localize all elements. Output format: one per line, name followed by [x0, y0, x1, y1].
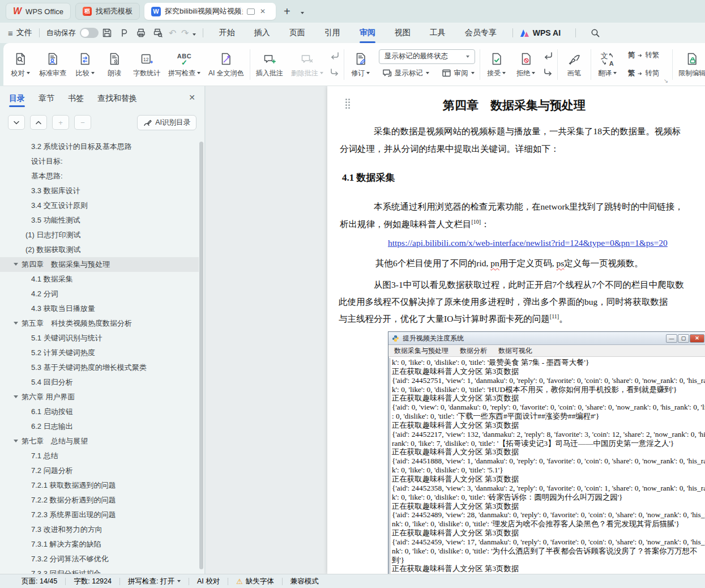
read-aloud-button[interactable]: 朗读	[100, 46, 129, 83]
page-indicator[interactable]: 页面: 14/45	[22, 577, 57, 586]
undo-button[interactable]: ↶	[166, 28, 179, 39]
group-expand-icon[interactable]: ↘	[664, 78, 668, 84]
toc-expand-arrow[interactable]	[14, 263, 18, 266]
accept-changes-button[interactable]: 接受	[482, 46, 511, 83]
missing-font-warning[interactable]: ⚠缺失字体	[236, 577, 274, 586]
navigation-tab[interactable]: 书签	[68, 88, 84, 109]
toc-item[interactable]: 5.4 回归分析	[0, 375, 199, 390]
chapter-heading[interactable]: 第四章 数据采集与预处理	[327, 97, 701, 113]
tab-current-document[interactable]: W 探究bilibili视频网站视频关注 ✕	[144, 3, 276, 20]
tab-docer-templates[interactable]: 稻 找稻壳模板	[75, 3, 140, 20]
autosave-toggle[interactable]	[80, 28, 99, 38]
file-menu[interactable]: ≡ 文件	[8, 28, 32, 38]
body-line[interactable]: 从图3-1中可以看见数据获取过程，此时正开启7个线程从7个不同的栏目中爬取数	[374, 279, 684, 291]
toc-item[interactable]: 4.3 获取当日播放量	[0, 301, 199, 316]
toc-item[interactable]: 7.3 改进和努力的方向	[0, 522, 199, 537]
toc-item[interactable]: 5.3 基于关键词热度的增长模式聚类	[0, 360, 199, 375]
undo-history-dropdown-icon[interactable]	[193, 28, 196, 37]
demote-heading-button[interactable]: −	[74, 115, 91, 130]
tab-wps-office[interactable]: W WPS Office	[6, 3, 71, 20]
navigation-tab[interactable]: 目录	[9, 88, 25, 109]
toc-expand-arrow[interactable]	[14, 395, 18, 398]
toc-item[interactable]: 7.3.2 分词算法不够优化	[0, 552, 199, 566]
insert-comment-button[interactable]: 插入批注	[252, 46, 287, 83]
new-tab-button[interactable]: +	[284, 5, 290, 18]
ink-brush-button[interactable]: 画笔	[559, 46, 589, 83]
ribbon-tab[interactable]: 开始	[218, 24, 236, 41]
standard-review-button[interactable]: 标准审查	[35, 46, 70, 83]
section-heading[interactable]: 4.1 数据采集	[342, 171, 395, 184]
navigation-tab[interactable]: 查找和替换	[97, 88, 137, 109]
toc-item[interactable]: 5.2 计算关键词热度	[0, 346, 199, 360]
ribbon-tab[interactable]: 会员专享	[464, 24, 498, 41]
toc-item[interactable]: 7.2.2 数据分析遇到的问题	[0, 493, 199, 508]
toc-item[interactable]: (1) 日志打印测试	[0, 228, 199, 242]
wps-ai-button[interactable]: WPS AI	[520, 28, 561, 37]
toc-item[interactable]: 7.1 总结	[0, 449, 199, 463]
body-line[interactable]: 此使用多线程不仅解决掉了原来使用多进程时，弹出多个界面的bug，同时将获取数据	[339, 296, 668, 308]
redo-button[interactable]: ↷	[179, 28, 191, 39]
toc-item[interactable]: 第五章 科技类视频热度数据分析	[0, 316, 199, 331]
sidebar-scrollbar-thumb[interactable]	[199, 142, 203, 569]
next-change-button[interactable]	[541, 66, 556, 79]
navigation-tab[interactable]: 章节	[39, 88, 54, 109]
toc-item[interactable]: 7.2 问题分析	[0, 463, 199, 478]
ai-polish-button[interactable]: AI 全文润色	[204, 46, 248, 83]
compatibility-mode-indicator[interactable]: 兼容模式	[290, 577, 319, 586]
toc-item[interactable]: 7.3.3 回归分析过拟合	[0, 566, 199, 574]
track-changes-button[interactable]: 修订	[346, 46, 375, 83]
body-line[interactable]: 本系统通过利用浏览器的检查元素功能，在network里找到了跳转时的中间链接，	[374, 201, 683, 213]
reject-changes-button[interactable]: 拒绝	[511, 46, 541, 83]
toc-item[interactable]: (2) 数据获取测试	[0, 242, 199, 257]
spell-check-status[interactable]: 拼写检查: 打开	[128, 577, 181, 586]
toc-item[interactable]: 4.1 数据采集	[0, 272, 199, 287]
delete-comment-button[interactable]: 删除批注	[287, 46, 327, 83]
toc-item[interactable]: 基本思路:	[0, 169, 199, 184]
toc-item[interactable]: 6.2 日志输出	[0, 419, 199, 434]
body-line[interactable]: 分词处理，并从分词的结果中提取出关键词。详细如下：	[340, 143, 559, 155]
toc-item[interactable]: 第七章 总结与展望	[0, 434, 199, 449]
ribbon-tab[interactable]: 视图	[394, 24, 412, 41]
toc-item[interactable]: 第四章 数据采集与预处理	[0, 257, 199, 272]
search-icon[interactable]	[591, 28, 600, 38]
toc-expand-arrow[interactable]	[14, 322, 18, 325]
toc-expand-arrow[interactable]	[14, 440, 18, 442]
ribbon-tab[interactable]: 引用	[323, 24, 341, 41]
toc-item[interactable]: 6.1 启动按钮	[0, 404, 199, 419]
document-page[interactable]: 第四章 数据采集与预处理 采集的数据是视频网站的视频标题与播放量，一共采集了18…	[327, 86, 705, 574]
ribbon-tab[interactable]: 工具	[429, 24, 447, 41]
ribbon-tab[interactable]: 页面	[288, 24, 306, 41]
save-button[interactable]	[99, 25, 116, 40]
ribbon-tab[interactable]: 插入	[253, 24, 271, 41]
print-preview-button[interactable]	[149, 25, 166, 40]
previous-comment-button[interactable]	[327, 49, 342, 63]
to-simplified-button[interactable]: 繁 转简	[625, 67, 663, 80]
promote-heading-button[interactable]: +	[52, 115, 69, 130]
body-line[interactable]: 与主线程分开，优化了大量IO与计算时界面卡死的问题[11]。	[339, 313, 568, 325]
translate-button[interactable]: 文A 翻译	[593, 46, 622, 83]
show-markup-button[interactable]: 显示标记	[379, 67, 433, 80]
markup-state-select[interactable]: 显示标记的最终状态	[379, 49, 475, 64]
expand-all-button[interactable]	[8, 115, 25, 130]
enter-fullscreen-icon[interactable]	[247, 8, 255, 15]
body-line[interactable]: 采集的数据是视频网站的视频标题与播放量，一共采集了18天的数据量。视频标	[374, 126, 681, 138]
toc-item[interactable]: 5.1 关键词识别与统计	[0, 331, 199, 346]
review-pane-button[interactable]: 审阅	[438, 67, 478, 80]
toc-item[interactable]: 4.2 分词	[0, 287, 199, 301]
toc-item[interactable]: 设计目标:	[0, 154, 199, 169]
spell-check-button[interactable]: ABC✓ 拼写检查	[164, 46, 204, 83]
toc-item[interactable]: 3.2 系统设计的目标及基本思路	[0, 139, 199, 154]
restrict-editing-button[interactable]: 限制编辑	[674, 46, 705, 83]
next-comment-button[interactable]	[327, 66, 342, 79]
proofread-button[interactable]: 校对	[6, 46, 35, 83]
toc-item[interactable]: 3.5 功能性测试	[0, 213, 199, 228]
print-button[interactable]	[133, 25, 149, 40]
word-count-button[interactable]: 12 字数统计	[129, 46, 164, 83]
collapse-all-button[interactable]	[30, 115, 47, 130]
compare-button[interactable]: 比较	[70, 46, 100, 83]
close-pane-icon[interactable]: ✕	[189, 93, 195, 102]
ribbon-tab[interactable]: 审阅	[358, 24, 377, 41]
toc-item[interactable]: 第六章 用户界面	[0, 390, 199, 404]
body-line[interactable]: 其他6个栏目使用了不同的rid, pn用于定义页码, ps定义每一页视频数。	[375, 258, 643, 270]
toc-item[interactable]: 7.3.1 解决方案的缺陷	[0, 537, 199, 552]
